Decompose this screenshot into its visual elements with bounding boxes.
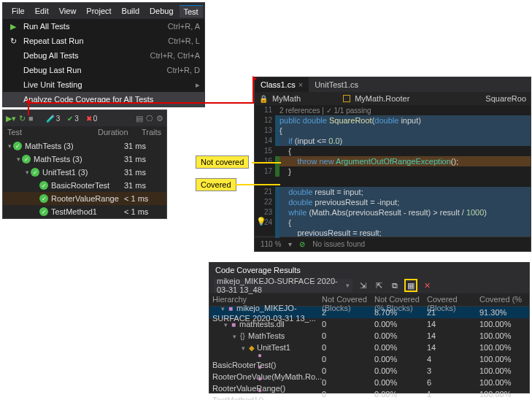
menu-item-label: Debug Last Run (23, 66, 149, 74)
ccr-results-dropdown[interactable]: mikejo_MIKEJO-SURFACE 2020-03-31 13_48 ▾ (214, 279, 352, 292)
menu-debug-last-run[interactable]: Debug Last Run Ctrl+R, D (3, 63, 204, 77)
test-tree: ▾✓MathTests (3)31 ms▾✓MathTests (3)31 ms… (3, 139, 166, 218)
no-issues-icon: ⊘ (299, 240, 305, 248)
editor-tabs: Class1.cs× UnitTest1.cs (255, 77, 531, 92)
show-coverage-coloring-button[interactable]: ▦ (405, 280, 417, 291)
test-row[interactable]: ▾✓MathTests (3)31 ms (3, 139, 166, 153)
menu-build[interactable]: Build (117, 5, 144, 17)
test-menu-panel: File Edit View Project Build Debug Test … (2, 2, 205, 107)
import-results-icon[interactable]: ⇲ (357, 280, 369, 291)
menu-bar: File Edit View Project Build Debug Test (3, 3, 204, 19)
failed-tests-badge[interactable]: ✖0 (84, 112, 100, 124)
label-covered: Covered (196, 178, 236, 191)
menu-view[interactable]: View (55, 5, 81, 17)
run-icon[interactable]: ▶▾ (6, 114, 16, 123)
passed-tests-badge[interactable]: ✔3 (65, 112, 81, 124)
code-coverage-results-panel: Code Coverage Results mikejo_MIKEJO-SURF… (209, 262, 530, 393)
run-icon: ▶ (7, 22, 19, 31)
tab-label: UnitTest1.cs (315, 80, 358, 89)
menu-item-shortcut: Ctrl+R, Ctrl+A (149, 51, 200, 60)
menu-item-label: Live Unit Testing (23, 80, 193, 89)
menu-run-all-tests[interactable]: ▶ Run All Tests Ctrl+R, A (3, 19, 204, 34)
test-row[interactable]: ✓TestMethod1< 1 ms (3, 205, 166, 218)
menu-live-unit-testing[interactable]: Live Unit Testing ▸ (3, 77, 204, 92)
menu-analyze-code-coverage[interactable]: Analyze Code Coverage for All Tests (3, 92, 204, 107)
total-tests-badge[interactable]: 🧪3 (44, 112, 63, 124)
tab-label: Class1.cs (261, 80, 296, 89)
ccr-title: Code Coverage Results (209, 263, 529, 277)
menu-debug[interactable]: Debug (145, 5, 177, 17)
close-icon[interactable]: × (298, 80, 303, 89)
test-columns-header: Test Duration Traits (3, 126, 166, 139)
label-not-covered: Not covered (196, 155, 249, 169)
codelens[interactable]: 2 references | ✓ 1/1 passing (280, 107, 371, 115)
menu-item-shortcut: Ctrl+R, L (149, 36, 200, 45)
count: 3 (74, 115, 79, 123)
editor-status-bar: 110 % ▾ ⊘ No issues found (255, 236, 531, 251)
label-line (252, 162, 281, 164)
lock-icon: 🔒 (259, 95, 268, 103)
settings-icon[interactable]: ⚙ (156, 114, 163, 123)
test-row[interactable]: ▾✓MathTests (3)31 ms (3, 153, 166, 166)
menu-file[interactable]: File (7, 5, 29, 17)
test-row[interactable]: ✓BasicRooterTest31 ms (3, 179, 166, 192)
arrow-line (28, 102, 254, 104)
crumb-class[interactable]: MyMath.Rooter (355, 94, 409, 103)
crumb-method[interactable]: SquareRoo (485, 94, 526, 103)
nav-bar: 🔒 MyMath MyMath.Rooter SquareRoo (255, 92, 531, 105)
code-area[interactable]: 1112131415161721222324 2 references | ✓ … (255, 105, 531, 236)
test-menu-dropdown: ▶ Run All Tests Ctrl+R, A ↻ Repeat Last … (3, 19, 204, 107)
code-body[interactable]: 2 references | ✓ 1/1 passing public doub… (280, 105, 531, 236)
zoom-level[interactable]: 110 % (261, 240, 281, 248)
menu-item-label: Repeat Last Run (23, 36, 149, 45)
run-again-icon[interactable]: ↻ (19, 114, 26, 123)
menu-edit[interactable]: Edit (31, 5, 53, 17)
editor-panel: Class1.cs× UnitTest1.cs 🔒 MyMath MyMath.… (254, 77, 531, 252)
playlist-icon[interactable]: ▤ (136, 114, 143, 123)
tab-unittest1[interactable]: UnitTest1.cs (309, 77, 364, 92)
col-not-covered-pct[interactable]: Not Covered (% Blocks) (371, 293, 424, 306)
tab-class1[interactable]: Class1.cs× (255, 77, 309, 92)
export-results-icon[interactable]: ⇱ (373, 280, 385, 291)
lightbulb-icon[interactable]: 💡 (256, 217, 266, 226)
count: 0 (93, 115, 98, 123)
col-not-covered-blocks[interactable]: Not Covered (Blocks) (319, 293, 371, 306)
menu-repeat-last-run[interactable]: ↻ Repeat Last Run Ctrl+R, L (3, 34, 204, 48)
pass-icon: ✔ (67, 115, 73, 123)
menu-item-shortcut: Ctrl+R, A (149, 22, 200, 31)
col-covered-blocks[interactable]: Covered (Blocks) (424, 293, 477, 306)
ccr-dd-label: mikejo_MIKEJO-SURFACE 2020-03-31 13_48 (217, 277, 346, 294)
test-row[interactable]: ▾✓UnitTest1 (3)31 ms (3, 166, 166, 179)
col-covered-pct[interactable]: Covered (% (477, 293, 529, 306)
merge-results-icon[interactable]: ⧉ (389, 280, 401, 291)
issues-text[interactable]: No issues found (312, 240, 365, 248)
col-test[interactable]: Test (3, 126, 93, 139)
arrow-line (28, 102, 29, 115)
col-duration[interactable]: Duration (93, 126, 137, 139)
test-explorer-panel: ▶▾ ↻ ■ 🧪3 ✔3 ✖0 ▤ ⎔ ⚙ Test Duration Trai… (2, 109, 167, 219)
menu-project[interactable]: Project (82, 5, 115, 17)
group-icon[interactable]: ⎔ (146, 114, 153, 123)
arrow-head-icon (252, 76, 257, 82)
count: 3 (56, 115, 61, 123)
repeat-icon: ↻ (7, 36, 19, 46)
menu-item-shortcut: Ctrl+R, D (149, 66, 200, 74)
submenu-arrow-icon: ▸ (193, 80, 200, 90)
col-traits[interactable]: Traits (137, 126, 166, 139)
crumb-project[interactable]: MyMath (272, 94, 301, 103)
test-row[interactable]: ✓RooterValueRange< 1 ms (3, 192, 166, 205)
label-line (235, 184, 280, 185)
class-icon (343, 95, 350, 102)
menu-item-label: Run All Tests (23, 22, 149, 31)
flask-icon: 🧪 (46, 115, 55, 123)
ccr-toolbar: mikejo_MIKEJO-SURFACE 2020-03-31 13_48 ▾… (209, 277, 529, 293)
fail-icon: ✖ (86, 115, 92, 123)
menu-item-label: Debug All Tests (23, 51, 149, 60)
menu-debug-all-tests[interactable]: Debug All Tests Ctrl+R, Ctrl+A (3, 48, 204, 63)
chevron-down-icon: ▾ (346, 282, 350, 289)
menu-test[interactable]: Test (180, 5, 203, 18)
remove-icon[interactable]: ✕ (421, 280, 433, 291)
ccr-rows: ▾■ mikejo_MIKEJO-SURFACE 2020-03-31 13_.… (209, 307, 529, 400)
